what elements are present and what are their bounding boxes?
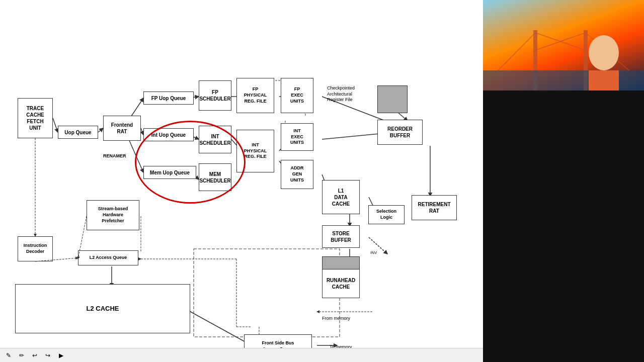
checkpointed-gray-box xyxy=(377,85,408,113)
play-icon[interactable]: ▶ xyxy=(56,351,65,360)
int-uop-queue-box: Int Uop Queue xyxy=(143,128,194,141)
fp-exec-units-box: FPEXECUNITS xyxy=(281,78,313,113)
trace-cache-box: TRACECACHEFETCHUNIT xyxy=(18,98,53,138)
checkpointed-reg-label: CheckpointedArchitecturalRegister File xyxy=(327,85,375,113)
svg-line-16 xyxy=(322,133,385,139)
int-scheduler-box: INTSCHEDULER xyxy=(199,126,231,153)
l2-access-queue-box: L2 Access Queue xyxy=(78,250,138,265)
redo-icon[interactable]: ↪ xyxy=(43,351,52,360)
uop-queue-box: Uop Queue xyxy=(58,126,98,139)
store-buffer-box: STOREBUFFER xyxy=(322,225,360,248)
svg-line-42 xyxy=(498,33,535,70)
renamer-label: RENAMER xyxy=(103,153,126,158)
retirement-rat-box: RETIREMENTRAT xyxy=(412,195,457,220)
int-exec-units-box: INTEXECUNITS xyxy=(281,123,313,151)
int-physical-reg-box: INTPHYSICALREG. FILE xyxy=(236,130,274,172)
dark-panel xyxy=(483,90,644,362)
svg-line-1 xyxy=(98,128,103,132)
main-slide: TRACECACHEFETCHUNIT Uop Queue FrontendRA… xyxy=(0,0,483,362)
pencil-icon[interactable]: ✎ xyxy=(4,351,13,360)
instruction-decoder-box: InstructionDecoder xyxy=(18,236,53,261)
inv-label: INV xyxy=(370,250,377,255)
l1-data-cache-box: L1DATACACHE xyxy=(322,180,360,214)
mem-uop-queue-box: Mem Uop Queue xyxy=(143,166,196,179)
toolbar: ✎ ✏ ↩ ↪ ▶ xyxy=(0,348,483,362)
reorder-buffer-box: REORDERBUFFER xyxy=(377,120,423,145)
l2-cache-box: L2 CACHE xyxy=(15,284,190,333)
svg-line-4 xyxy=(128,138,143,172)
mem-scheduler-box: MEMSCHEDULER xyxy=(199,163,231,191)
svg-rect-35 xyxy=(194,249,340,337)
fp-scheduler-box: FPSCHEDULER xyxy=(199,80,231,111)
undo-icon[interactable]: ↩ xyxy=(30,351,39,360)
addr-gen-units-box: ADDRGENUNITS xyxy=(281,160,313,189)
frontend-rat-box: FrontendRAT xyxy=(103,116,141,141)
svg-line-0 xyxy=(53,118,58,132)
pen-icon[interactable]: ✏ xyxy=(17,351,26,360)
runahead-cache-box: RUNAHEADCACHE xyxy=(322,269,360,298)
stream-hw-prefetch-box: Stream-basedHardwarePrefetcher xyxy=(87,200,139,230)
webcam-area xyxy=(483,0,644,90)
from-memory-label: From memory xyxy=(322,316,350,321)
svg-line-32 xyxy=(189,311,252,345)
svg-point-47 xyxy=(589,35,619,70)
diagram: TRACECACHEFETCHUNIT Uop Queue FrontendRA… xyxy=(5,55,478,357)
svg-rect-48 xyxy=(589,70,619,90)
fp-uop-queue-box: FP Uop Queue xyxy=(143,92,194,105)
webcam-background xyxy=(483,0,644,90)
runahead-gray-box xyxy=(322,256,360,270)
selection-logic-box: SelectionLogic xyxy=(368,205,405,224)
fp-physical-reg-box: FPPHYSICALREG. FILE xyxy=(236,78,274,113)
svg-rect-46 xyxy=(483,70,644,90)
